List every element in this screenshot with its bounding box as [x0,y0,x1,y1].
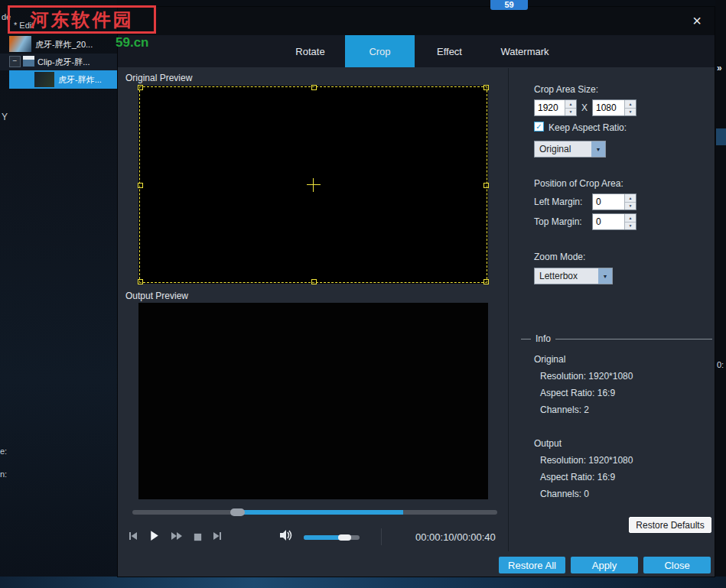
background-bottom-bar [0,577,726,588]
watermark-text: 河东软件园 [31,8,134,32]
right-edge-fragment: 0: [717,360,724,369]
original-resolution: Resolution: 1920*1080 [540,371,633,382]
crop-handle-bottom-right[interactable] [483,279,489,284]
left-margin-value[interactable]: 0 [593,194,624,210]
watermark-badge: 59 [490,0,528,10]
close-icon[interactable]: × [689,11,705,30]
crop-handle-top-middle[interactable] [311,85,317,90]
previous-frame-button[interactable] [127,530,139,545]
spin-up-icon[interactable]: ▲ [625,100,636,109]
crop-handle-middle-left[interactable] [138,183,143,188]
clip-thumbnail [34,72,54,87]
edit-dialog: × Rotate Crop Effect Watermark Original … [117,6,715,577]
left-edge-fragment-1: Y [2,112,8,122]
crop-rectangle[interactable] [139,86,487,283]
collapse-minus-icon[interactable]: − [9,56,21,67]
spin-down-icon[interactable]: ▼ [625,223,636,230]
crop-width-value[interactable]: 1920 [535,100,565,115]
next-frame-button[interactable] [211,530,223,545]
spin-down-icon[interactable]: ▼ [625,109,636,116]
restore-defaults-button[interactable]: Restore Defaults [629,517,711,533]
screen: de * Edit 虎牙-胖炸_20... − Clip-虎牙-胖... 虎牙-… [0,0,726,588]
sidebar-item-selected-row[interactable]: 虎牙-胖炸... [9,70,117,89]
time-display: 00:00:10/00:00:40 [415,531,496,543]
fast-forward-button[interactable] [170,530,184,545]
background-right-edge: » 0: [715,0,726,588]
transport-controls: 00:00:10/00:00:40 [118,525,508,550]
original-channels: Channels: 2 [540,404,589,415]
sidebar-item-selected[interactable]: 虎牙-胖炸... [58,74,102,86]
crop-height-value[interactable]: 1080 [593,100,624,115]
apply-button[interactable]: Apply [571,557,638,573]
tab-effect[interactable]: Effect [415,35,484,67]
tab-bar: Rotate Crop Effect Watermark [275,35,565,67]
output-info-title: Output [534,438,562,449]
volume-slider[interactable] [304,534,360,541]
tab-watermark[interactable]: Watermark [484,35,565,67]
tab-rotate[interactable]: Rotate [275,35,345,67]
volume-handle[interactable] [338,534,351,541]
crop-area-size-label: Crop Area Size: [534,84,598,95]
left-margin-spinner[interactable]: 0 ▲ ▼ [592,193,636,210]
dialog-titlebar: × [118,7,715,35]
play-button[interactable] [148,529,161,545]
crop-height-spinner[interactable]: 1080 ▲ ▼ [592,99,636,116]
sidebar-item-clip[interactable]: Clip-虎牙-胖... [37,57,90,68]
crop-handle-top-right[interactable] [483,85,489,90]
left-edge-fragment-2: e: [0,447,7,456]
chevron-down-icon[interactable]: ▼ [598,268,612,284]
video-thumbnail[interactable] [9,36,31,52]
info-title: Info [531,333,555,344]
position-of-crop-label: Position of Crop Area: [534,178,623,189]
seek-bar[interactable] [132,508,497,517]
spin-up-icon[interactable]: ▲ [625,214,636,223]
spin-down-icon[interactable]: ▼ [565,109,576,116]
output-preview-area [138,303,488,499]
output-preview-label: Output Preview [125,291,188,301]
seek-handle[interactable] [230,508,245,516]
tab-crop[interactable]: Crop [345,35,415,67]
left-margin-label: Left Margin: [534,197,582,207]
output-resolution: Resolution: 1920*1080 [540,455,633,466]
top-margin-spinner[interactable]: 0 ▲ ▼ [592,213,636,230]
aspect-ratio-value: Original [535,144,591,154]
top-margin-value[interactable]: 0 [593,214,624,229]
spin-down-icon[interactable]: ▼ [625,203,636,210]
column-divider [508,68,509,551]
dimension-separator: X [581,102,588,113]
chevron-double-right-icon[interactable]: » [717,63,722,73]
background-sidebar: de * Edit 虎牙-胖炸_20... − Clip-虎牙-胖... 虎牙-… [0,0,117,588]
crop-handle-middle-right[interactable] [483,183,489,188]
volume-icon[interactable] [278,529,294,544]
stop-button[interactable] [193,531,203,545]
restore-all-button[interactable]: Restore All [499,557,565,573]
crop-width-spinner[interactable]: 1920 ▲ ▼ [534,99,577,116]
spin-up-icon[interactable]: ▲ [565,100,576,109]
zoom-mode-label: Zoom Mode: [534,252,585,262]
zoom-mode-value: Letterbox [535,271,598,281]
keep-aspect-label: Keep Aspect Ratio: [549,122,627,133]
original-preview-area[interactable] [138,86,488,284]
top-margin-label: Top Margin: [534,216,582,227]
left-edge-fragment-3: n: [0,469,7,479]
aspect-ratio-dropdown[interactable]: Original ▼ [534,141,606,158]
crop-center-crosshair-vertical [313,178,314,192]
keep-aspect-checkbox[interactable]: ✓ [534,122,544,132]
crop-handle-top-left[interactable] [138,85,143,90]
right-edge-block [716,128,726,145]
crop-handle-bottom-left[interactable] [138,279,143,284]
close-button[interactable]: Close [643,557,711,573]
output-channels: Channels: 0 [540,489,589,499]
clip-icon [23,56,34,67]
crop-handle-bottom-middle[interactable] [311,279,317,284]
zoom-mode-dropdown[interactable]: Letterbox ▼ [534,268,613,284]
sidebar-item-clip-row[interactable]: − Clip-虎牙-胖... [0,54,117,70]
watermark-box: 河东软件园 [8,5,156,34]
chevron-down-icon[interactable]: ▼ [591,141,605,157]
spin-up-icon[interactable]: ▲ [625,194,636,203]
sidebar-item-video[interactable]: 虎牙-胖炸_20... [35,39,93,50]
original-aspect-ratio: Aspect Ratio: 16:9 [540,388,615,398]
output-aspect-ratio: Aspect Ratio: 16:9 [540,472,615,482]
crop-center-crosshair[interactable] [307,184,321,185]
original-info-title: Original [534,354,565,365]
